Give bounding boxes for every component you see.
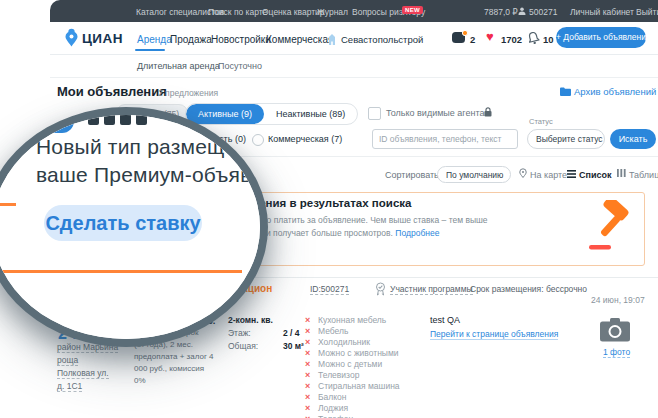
address-house[interactable]: д. 1С1 [57, 381, 82, 392]
listing-id[interactable]: ID:500271 [310, 284, 349, 295]
topbar-link-journal[interactable]: Журнал [317, 7, 348, 17]
nav-item-newbuild[interactable]: Новостройки [211, 34, 271, 45]
subnav-daily[interactable]: Посуточно [218, 61, 262, 71]
balance[interactable]: 7887,0 ₽ [484, 7, 518, 17]
agents-only-label: Только видимые агентам [386, 108, 491, 118]
table-view-icon[interactable] [617, 169, 626, 177]
photos-count-link[interactable]: 1 фото [603, 347, 630, 358]
x-icon: × [305, 315, 310, 325]
feature: Телевизор [318, 370, 359, 380]
subnav-long-rent[interactable]: Длительная аренда [137, 61, 220, 71]
feature: Балкон [318, 392, 347, 402]
sort-select[interactable]: По умолчанию [437, 166, 511, 183]
x-icon: × [305, 337, 310, 347]
feature: Можно с животными [318, 348, 399, 358]
banner-heading: ления в результатах поиска [252, 197, 411, 209]
rent-term: 0% [134, 376, 146, 385]
messages-icon[interactable] [452, 30, 468, 45]
nav-item-commercial[interactable]: Коммерческая [266, 34, 333, 45]
listing-comment: test QA [430, 315, 460, 325]
topbar-link-map-search[interactable]: Поиск по карте [208, 7, 267, 17]
nav-active-underline [135, 49, 165, 51]
feature: Стиральная машина [318, 381, 400, 391]
messages-count: 2 [470, 34, 475, 45]
address-district-2[interactable]: роща [57, 355, 78, 366]
nav-item-rent[interactable]: Аренда [137, 34, 172, 45]
x-icon: × [305, 403, 310, 413]
notifications-bell-icon[interactable] [527, 31, 540, 45]
favorites-heart-icon[interactable]: ♥ [486, 29, 494, 44]
details-link[interactable]: Подробнее [395, 228, 439, 238]
feature: Лоджия [318, 403, 348, 413]
view-table[interactable]: Таблица [629, 170, 658, 180]
folder-icon [560, 87, 571, 96]
banner-text-2: иска и получает больше просмотров. Подро… [246, 228, 439, 238]
rent-term: предоплата + залог 4 [134, 352, 214, 361]
map-pin-icon [519, 168, 527, 178]
tab-inactive-listings[interactable]: Неактивные (89) [264, 104, 357, 124]
listing-date: 24 июн, 19:07 [591, 295, 645, 305]
user-icon [518, 7, 526, 15]
feature: Телефон [318, 414, 353, 418]
feature: Кухонная мебель [318, 315, 386, 325]
program-member[interactable]: Участник программы [390, 284, 473, 295]
magnified-text-fragment [120, 115, 131, 125]
magnified-tab-fragment [20, 115, 74, 133]
topbar-link-valuation[interactable]: Оценка квартир [262, 7, 325, 17]
feature: Можно с детьми [318, 359, 382, 369]
x-icon: × [305, 359, 310, 369]
tab-active-listings[interactable]: Активные (9) [186, 104, 264, 124]
top-service-bar: Каталог специалистов Поиск по карте Оцен… [50, 0, 658, 22]
go-to-listing-link[interactable]: Перейти к странице объявления [430, 329, 558, 340]
rooms-value: 2-комн. кв. [228, 315, 273, 325]
agents-only-checkbox[interactable] [368, 107, 381, 120]
search-button[interactable]: Искать [610, 129, 656, 149]
list-view-icon[interactable] [567, 170, 576, 178]
gavel-icon [585, 200, 633, 252]
listing-search-input[interactable] [372, 129, 518, 149]
nav-item-sale[interactable]: Продажа [170, 34, 212, 45]
view-map[interactable]: На карте [530, 170, 567, 180]
camera-icon [600, 318, 630, 342]
magnified-text-fragment [136, 115, 147, 125]
favorites-count: 1702 [501, 34, 522, 45]
listing-tabs: Активные (9) Неактивные (89) [185, 103, 358, 125]
medal-icon [375, 282, 386, 296]
cian-logo[interactable]: ЦИАН [82, 31, 123, 46]
topbar-link-logout[interactable]: Выйти [636, 7, 658, 17]
address-street[interactable]: Полковая ул. [57, 368, 109, 379]
area-label: Общая: [228, 341, 258, 351]
user-id[interactable]: 500271 [529, 7, 557, 17]
radio-commercial[interactable] [252, 134, 264, 146]
x-icon: × [305, 414, 310, 418]
add-listing-button[interactable]: + Добавить объявление [556, 27, 646, 48]
new-badge: NEW [402, 6, 423, 14]
archive-link[interactable]: Архив объявлений [574, 86, 656, 97]
sort-value: По умолчанию [446, 170, 503, 180]
offers-count: 2 предложения [158, 88, 218, 98]
magnified-banner-border [0, 270, 242, 273]
view-list[interactable]: Список [579, 170, 611, 180]
floor-label: Этаж: [228, 328, 251, 338]
cian-my-listings-page: Каталог специалистов Поиск по карте Оцен… [0, 0, 658, 418]
rent-term: 000 руб., комиссия [134, 364, 204, 373]
notifications-count: 10 [543, 34, 554, 45]
floor-value: 2 / 4 [283, 328, 300, 338]
sort-label: Сортировать: [385, 170, 441, 180]
place-bid-button[interactable]: Сделать ставку [44, 205, 202, 241]
status-select[interactable]: Выберите статус [527, 129, 605, 149]
x-icon: × [305, 348, 310, 358]
magnified-text-fragment [104, 115, 115, 125]
status-value: Выберите статус [536, 134, 603, 144]
cian-logo-icon[interactable] [64, 28, 79, 47]
radio-commercial-label: Коммерческая (7) [268, 134, 342, 144]
banner-text-2-span: иска и получает больше просмотров. [246, 228, 393, 238]
area-value: 30 м² [283, 341, 304, 351]
status-label: Статус [529, 117, 553, 126]
magnified-banner-border [0, 203, 16, 206]
lock-icon [484, 107, 492, 117]
magnified-text-fragment [88, 115, 99, 125]
topbar-link-cabinet[interactable]: Личный кабинет [570, 7, 634, 17]
company-name[interactable]: Севастопольстрой [341, 34, 423, 45]
x-icon: × [305, 381, 310, 391]
